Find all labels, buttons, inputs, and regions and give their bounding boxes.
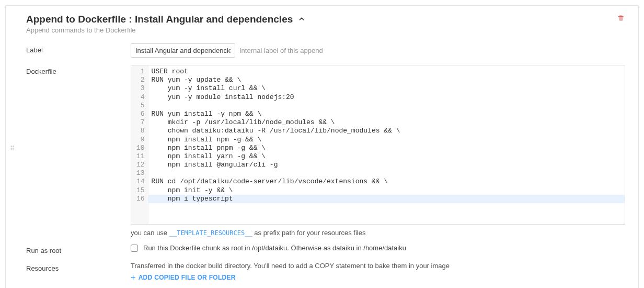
gutter-line: 3 bbox=[136, 84, 145, 93]
code-line[interactable]: npm install yarn -g && \ bbox=[148, 152, 625, 161]
code-line[interactable]: npm i typescript bbox=[148, 195, 625, 203]
dockerfile-append-panel: ⠿ Append to Dockerfile : Install Angular… bbox=[5, 5, 639, 288]
panel-title: Append to Dockerfile : Install Angular a… bbox=[26, 14, 293, 25]
run-as-root-checkbox[interactable] bbox=[131, 245, 138, 252]
plus-icon: + bbox=[131, 274, 136, 281]
code-line[interactable] bbox=[148, 102, 625, 110]
code-line[interactable]: npm install npm -g && \ bbox=[148, 136, 625, 144]
code-line[interactable]: RUN yum -y update && \ bbox=[148, 76, 625, 84]
gutter-line: 11 bbox=[136, 152, 145, 161]
run-as-root-label: Run this Dockerfile chunk as root in /op… bbox=[143, 244, 406, 252]
trash-icon bbox=[618, 15, 624, 22]
code-line[interactable]: yum -y module install nodejs:20 bbox=[148, 93, 625, 102]
panel-header: Append to Dockerfile : Install Angular a… bbox=[26, 14, 625, 34]
code-line[interactable]: npm init -y && \ bbox=[148, 186, 625, 195]
chevron-up-icon bbox=[298, 15, 305, 24]
gutter-line: 5 bbox=[136, 102, 145, 110]
resources-description: Transferred in the docker build director… bbox=[131, 262, 625, 270]
gutter-line: 14 bbox=[136, 178, 145, 186]
run-as-root-caption: Run as root bbox=[26, 244, 131, 254]
form-body: Label Internal label of this append Dock… bbox=[26, 43, 625, 282]
code-line[interactable]: mkdir -p /usr/local/lib/node_modules && … bbox=[148, 118, 625, 127]
gutter-line: 7 bbox=[136, 118, 145, 127]
code-line[interactable]: chown dataiku:dataiku -R /usr/local/lib/… bbox=[148, 127, 625, 135]
label-input[interactable] bbox=[131, 43, 235, 58]
panel-subtitle: Append commands to the Dockerfile bbox=[26, 26, 305, 34]
code-line[interactable]: yum -y install curl && \ bbox=[148, 84, 625, 93]
dockerfile-editor[interactable]: 12345678910111213141516 USER rootRUN yum… bbox=[131, 65, 625, 225]
label-caption: Label bbox=[26, 43, 131, 54]
resources-row: Resources Transferred in the docker buil… bbox=[26, 262, 625, 282]
code-line[interactable]: npm install @angular/cli -g bbox=[148, 161, 625, 169]
add-resource-button[interactable]: + ADD COPIED FILE OR FOLDER bbox=[131, 274, 236, 281]
dockerfile-caption: Dockerfile bbox=[26, 65, 131, 75]
code-line[interactable]: RUN cd /opt/dataiku/code-server/lib/vsco… bbox=[148, 178, 625, 186]
code-line[interactable]: RUN yum install -y npm && \ bbox=[148, 110, 625, 118]
code-line[interactable] bbox=[148, 169, 625, 178]
dockerfile-row: Dockerfile 12345678910111213141516 USER … bbox=[26, 65, 625, 237]
add-resource-label: ADD COPIED FILE OR FOLDER bbox=[139, 274, 236, 281]
gutter-line: 6 bbox=[136, 110, 145, 118]
gutter-line: 1 bbox=[136, 68, 145, 76]
gutter-line: 15 bbox=[136, 186, 145, 195]
gutter-line: 4 bbox=[136, 93, 145, 102]
gutter-line: 9 bbox=[136, 136, 145, 144]
gutter-line: 8 bbox=[136, 127, 145, 135]
gutter-line: 12 bbox=[136, 161, 145, 169]
resources-caption: Resources bbox=[26, 262, 131, 272]
code-content[interactable]: USER rootRUN yum -y update && \ yum -y i… bbox=[148, 65, 625, 224]
gutter-line: 16 bbox=[136, 195, 145, 203]
delete-button[interactable] bbox=[617, 14, 625, 25]
gutter-line: 13 bbox=[136, 169, 145, 178]
gutter-line: 10 bbox=[136, 144, 145, 152]
label-hint: Internal label of this append bbox=[239, 47, 323, 54]
label-row: Label Internal label of this append bbox=[26, 43, 625, 58]
code-line[interactable]: npm install pnpm -g && \ bbox=[148, 144, 625, 152]
drag-handle-icon[interactable]: ⠿ bbox=[10, 148, 15, 150]
collapse-toggle[interactable]: Append to Dockerfile : Install Angular a… bbox=[26, 14, 305, 25]
run-as-root-row: Run as root Run this Dockerfile chunk as… bbox=[26, 244, 625, 254]
code-line[interactable]: USER root bbox=[148, 68, 625, 76]
template-var: __TEMPLATE_RESOURCES__ bbox=[169, 229, 252, 237]
editor-help: you can use __TEMPLATE_RESOURCES__ as pr… bbox=[131, 229, 625, 237]
code-gutter: 12345678910111213141516 bbox=[131, 65, 148, 224]
gutter-line: 2 bbox=[136, 76, 145, 84]
